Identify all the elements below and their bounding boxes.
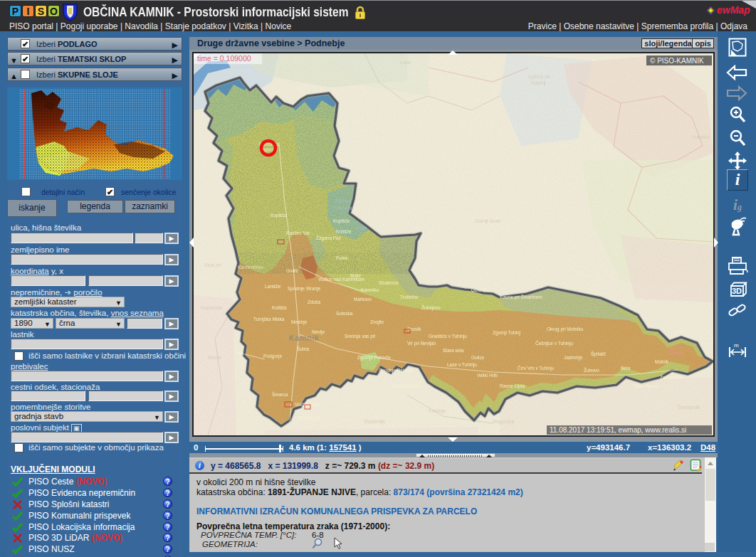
svg-text:Planina: Planina	[333, 205, 352, 211]
svg-text:Češnjice v Tuhinju: Češnjice v Tuhinju	[535, 340, 573, 346]
svg-text:Klemenčevo: Klemenčevo	[238, 265, 263, 270]
svg-text:Blagovica: Blagovica	[493, 419, 514, 425]
svg-text:Kamnik: Kamnik	[289, 334, 320, 342]
svg-text:Gornji Grad: Gornji Grad	[475, 218, 500, 224]
svg-text:Stara sela: Stara sela	[443, 348, 464, 353]
svg-text:Čemšenik: Čemšenik	[678, 404, 700, 410]
svg-text:Podgorje: Podgorje	[263, 354, 282, 359]
svg-text:Vir pri Nevljah: Vir pri Nevljah	[407, 341, 436, 346]
svg-text:Zgornji: Zgornji	[668, 345, 682, 351]
svg-text:Zduša: Zduša	[308, 299, 320, 304]
svg-text:Motnik: Motnik	[655, 359, 669, 364]
svg-text:Črni Vrh v Tuhinju: Črni Vrh v Tuhinju	[518, 365, 555, 371]
svg-text:Šmarca: Šmarca	[272, 391, 288, 397]
svg-text:Gora Sv.: Gora Sv.	[471, 287, 489, 292]
svg-text:Okrog pri Motniku: Okrog pri Motniku	[547, 327, 584, 332]
svg-text:Ravne pri Šmartnem: Ravne pri Šmartnem	[500, 294, 542, 300]
svg-text:11.08.2017 13:19:51, ewmap, ww: 11.08.2017 13:19:51, ewmap, www.realis.s…	[550, 426, 686, 434]
svg-text:Komenda: Komenda	[201, 305, 222, 310]
svg-text:time = 0.109000: time = 0.109000	[197, 54, 251, 63]
svg-text:Markovo: Markovo	[354, 297, 372, 302]
svg-text:Potok: Potok	[336, 255, 348, 260]
svg-text:Laze v Tuhinju: Laze v Tuhinju	[447, 362, 477, 368]
svg-text:Mekinje: Mekinje	[291, 319, 308, 325]
svg-text:Zajasovnik: Zajasovnik	[660, 375, 683, 381]
svg-text:Golice: Golice	[471, 355, 485, 360]
svg-text:Studenca: Studenca	[379, 280, 399, 285]
svg-text:Kolišče: Kolišče	[272, 305, 287, 310]
svg-text:Žubejevo: Žubejevo	[421, 304, 441, 311]
svg-text:Žagana Peč: Žagana Peč	[316, 235, 342, 241]
svg-text:Vodice nad Kamnikom: Vodice nad Kamnikom	[318, 277, 364, 282]
svg-text:Kržišče: Kržišče	[336, 229, 352, 234]
svg-text:Lanišče: Lanišče	[265, 284, 281, 289]
svg-text:Veliki Hrib: Veliki Hrib	[477, 373, 498, 378]
svg-text:Savinji: Savinji	[531, 80, 546, 86]
svg-text:Soteska: Soteska	[336, 311, 353, 316]
svg-text:Godič: Godič	[286, 268, 299, 273]
svg-text:Žubovo: Žubovo	[584, 367, 599, 373]
svg-text:Mala Raven: Mala Raven	[634, 383, 658, 388]
svg-text:Špitalič: Špitalič	[591, 351, 607, 357]
svg-text:Ravčev Vrk: Ravčev Vrk	[286, 230, 310, 235]
svg-text:Kopišča: Kopišča	[271, 213, 288, 218]
svg-text:Zgornji Tuhinj: Zgornji Tuhinj	[493, 330, 520, 336]
svg-text:Zgornje Palovče: Zgornje Palovče	[357, 355, 391, 361]
svg-text:Moste: Moste	[208, 355, 221, 360]
svg-text:Krašnja: Krašnja	[429, 408, 446, 414]
svg-text:3D: 3D	[732, 287, 742, 295]
svg-text:Rudnik pri: Rudnik pri	[299, 415, 320, 421]
svg-text:Kopišče: Kopišče	[333, 218, 350, 224]
svg-text:Jastrebje: Jastrebje	[564, 355, 583, 361]
svg-text:Velika Lašna: Velika Lašna	[393, 383, 419, 388]
svg-text:Sela pri: Sela pri	[204, 262, 221, 268]
svg-text:Bela: Bela	[621, 366, 630, 371]
svg-text:Šutna: Šutna	[297, 346, 309, 351]
svg-text:Ljubno ob: Ljubno ob	[528, 74, 550, 80]
svg-text:Spodnje Stranje: Spodnje Stranje	[288, 286, 321, 292]
svg-text:Žaga: Žaga	[356, 224, 367, 230]
svg-text:Kamniku: Kamniku	[361, 287, 379, 292]
svg-text:Trobelno: Trobelno	[400, 295, 419, 299]
svg-text:Znojile: Znojile	[370, 319, 384, 325]
svg-text:Radomlje: Radomlje	[364, 419, 386, 425]
svg-text:Ravne Lipše: Ravne Lipše	[500, 383, 526, 389]
svg-text:Srednja vas pri: Srednja vas pri	[345, 334, 375, 339]
svg-text:m: m	[734, 342, 739, 349]
svg-text:Vransko: Vransko	[692, 134, 710, 139]
svg-text:Motnik: Motnik	[669, 351, 683, 356]
svg-text:Gradišče v Tuhinju: Gradišče v Tuhinju	[429, 334, 467, 339]
svg-text:Turnjška Miska: Turnjška Miska	[253, 317, 285, 322]
svg-text:Spodnje Palovče: Spodnje Palovče	[379, 368, 414, 373]
svg-text:Luče: Luče	[400, 60, 411, 65]
svg-text:Velika: Velika	[335, 198, 351, 204]
svg-text:© PISO-KAMNIK: © PISO-KAMNIK	[650, 57, 704, 65]
